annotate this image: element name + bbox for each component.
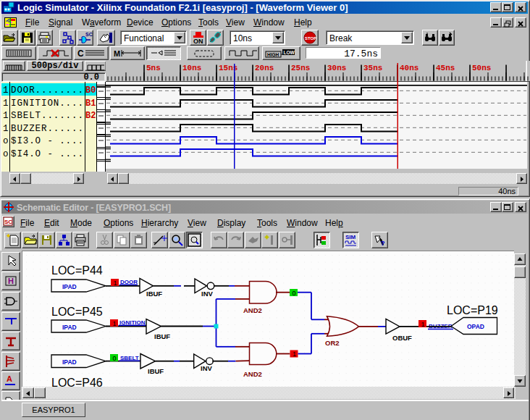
svg-text:1: 1	[113, 320, 117, 327]
svg-text:SC: SC	[4, 219, 12, 225]
svg-text:30ns: 30ns	[327, 64, 346, 72]
svg-text:SIM: SIM	[345, 234, 356, 240]
svg-text:H: H	[8, 277, 14, 285]
svg-text:AND2: AND2	[243, 370, 262, 378]
svg-text:OR2: OR2	[325, 339, 340, 347]
svg-text:M: M	[114, 49, 120, 58]
svg-text:STOP: STOP	[305, 36, 316, 41]
svg-text:LOC=P44: LOC=P44	[51, 264, 103, 277]
svg-text:25ns: 25ns	[291, 64, 310, 72]
svg-text:35ns: 35ns	[363, 64, 382, 72]
svg-text:IBUF: IBUF	[154, 332, 170, 340]
svg-text:INV: INV	[201, 364, 213, 372]
svg-text:SC: SC	[85, 32, 93, 37]
svg-text:LOW: LOW	[284, 50, 295, 55]
svg-text:10ns: 10ns	[182, 64, 201, 72]
svg-text:45ns: 45ns	[436, 64, 455, 72]
svg-text:?: ?	[381, 240, 385, 247]
svg-text:20ns: 20ns	[255, 64, 274, 72]
svg-text:IPAD: IPAD	[62, 283, 77, 290]
svg-text:LOC=P46: LOC=P46	[51, 377, 103, 387]
svg-text:A: A	[7, 374, 12, 383]
svg-text:LOC=P45: LOC=P45	[51, 306, 103, 318]
svg-text:40ns: 40ns	[400, 64, 418, 72]
svg-text:0: 0	[293, 290, 296, 297]
svg-text:OBUF: OBUF	[392, 334, 412, 342]
svg-text:LOC=P19: LOC=P19	[447, 304, 498, 316]
svg-text:5ns: 5ns	[146, 64, 161, 72]
svg-text:IBUF: IBUF	[146, 290, 162, 298]
svg-text:IBUF: IBUF	[148, 367, 164, 375]
svg-text:ON: ON	[193, 38, 203, 45]
svg-text:OPAD: OPAD	[467, 323, 484, 330]
svg-text:1: 1	[114, 280, 117, 287]
svg-text:1: 1	[421, 321, 425, 328]
svg-text:INV: INV	[201, 290, 214, 298]
svg-text:1: 1	[293, 350, 296, 358]
svg-text:0: 0	[113, 355, 117, 362]
svg-text:50ns: 50ns	[472, 64, 491, 72]
svg-text:IPAD: IPAD	[62, 324, 77, 331]
svg-text:HIGH: HIGH	[267, 52, 279, 57]
svg-text:IPAD: IPAD	[62, 358, 77, 366]
svg-text:AND2: AND2	[243, 306, 262, 314]
svg-text:C: C	[77, 49, 84, 59]
